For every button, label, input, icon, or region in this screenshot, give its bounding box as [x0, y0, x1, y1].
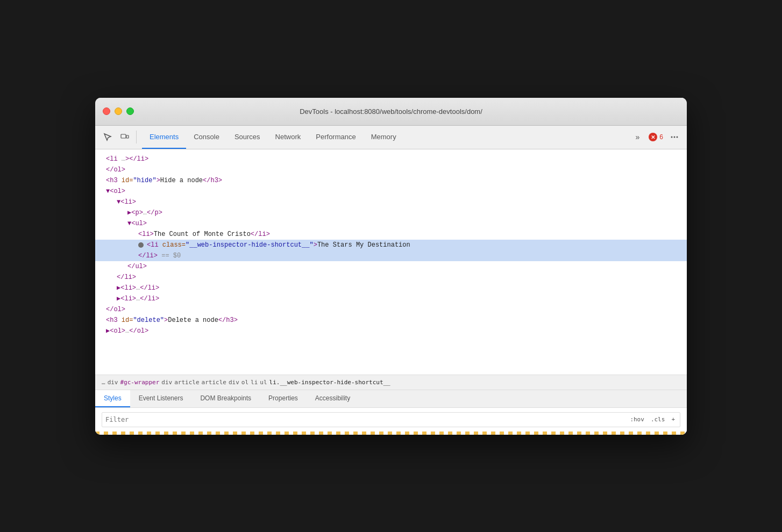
error-badge: ✕ 6	[649, 133, 663, 141]
dom-tree-line[interactable]: ▼<li>	[95, 197, 687, 207]
dom-tree-line[interactable]: </li> == $0	[95, 250, 687, 261]
svg-point-4	[677, 136, 678, 138]
breadcrumb-item[interactable]: …	[102, 379, 105, 386]
tab-styles[interactable]: Styles	[95, 390, 130, 407]
dom-tree-line[interactable]: ▶<p>…</p>	[95, 207, 687, 218]
breadcrumb-item[interactable]: ol	[241, 379, 248, 386]
dom-tree-line[interactable]: ▼<ul>	[95, 218, 687, 229]
dom-tree-line[interactable]: <li class="__web-inspector-hide-shortcut…	[95, 240, 687, 250]
breadcrumb-item[interactable]: div	[108, 379, 118, 386]
dom-tree-line[interactable]: ▶<li>…</li>	[95, 293, 687, 304]
tab-dom-breakpoints[interactable]: DOM Breakpoints	[191, 390, 260, 407]
more-tabs-button[interactable]: »	[629, 129, 645, 145]
dom-tree-line[interactable]: <li>The Count of Monte Cristo</li>	[95, 229, 687, 240]
breadcrumb-item[interactable]: div	[161, 379, 172, 386]
dom-tree-line[interactable]: </ol>	[95, 164, 687, 175]
styles-filter-controls: :hov .cls +	[628, 415, 677, 423]
cls-button[interactable]: .cls	[649, 415, 667, 423]
dom-tree-line[interactable]: ▼<ol>	[95, 186, 687, 197]
dom-tree-line[interactable]: <h3 id="hide">Hide a node</h3>	[95, 175, 687, 186]
dom-tree-line[interactable]: </li>	[95, 272, 687, 283]
breadcrumb-item[interactable]: div	[229, 379, 239, 386]
dom-tree-line[interactable]: </ol>	[95, 304, 687, 315]
styles-filter-input[interactable]	[105, 416, 626, 423]
svg-rect-1	[126, 135, 129, 138]
breadcrumb-item[interactable]: #gc-wrapper	[120, 379, 160, 386]
toolbar-right: » ✕ 6	[629, 129, 683, 145]
dom-tree-line[interactable]: </ul>	[95, 261, 687, 272]
tab-accessibility[interactable]: Accessibility	[307, 390, 359, 407]
add-style-button[interactable]: +	[670, 415, 677, 423]
svg-point-2	[671, 136, 673, 138]
breadcrumb-item[interactable]: article	[202, 379, 226, 386]
bottom-panel: Styles Event Listeners DOM Breakpoints P…	[95, 390, 687, 435]
styles-filter-bar: :hov .cls +	[102, 412, 680, 427]
minimize-button[interactable]	[115, 107, 122, 115]
dom-tree-panel[interactable]: <li …></li></ol><h3 id="hide">Hide a nod…	[95, 149, 687, 375]
device-toggle-button[interactable]	[117, 129, 133, 145]
dom-tree-line[interactable]: <h3 id="delete">Delete a node</h3>	[95, 315, 687, 326]
hov-button[interactable]: :hov	[628, 415, 646, 423]
titlebar: DevTools - localhost:8080/web/tools/chro…	[95, 98, 687, 126]
tab-memory[interactable]: Memory	[364, 126, 404, 149]
styles-panel: :hov .cls +	[95, 408, 687, 432]
dom-tree-line[interactable]: ▶<ol>…</ol>	[95, 326, 687, 336]
toolbar-divider	[136, 131, 137, 143]
breadcrumb-item[interactable]: li.__web-inspector-hide-shortcut__	[269, 379, 390, 386]
maximize-button[interactable]	[126, 107, 134, 115]
breadcrumb-item[interactable]: li	[251, 379, 258, 386]
tab-event-listeners[interactable]: Event Listeners	[130, 390, 192, 407]
bottom-tabs: Styles Event Listeners DOM Breakpoints P…	[95, 390, 687, 408]
tab-elements[interactable]: Elements	[142, 126, 186, 149]
svg-point-3	[674, 136, 676, 138]
inspect-element-button[interactable]	[99, 129, 116, 145]
dom-breadcrumb[interactable]: … div #gc-wrapper div article article di…	[95, 375, 687, 390]
svg-rect-0	[121, 134, 126, 138]
breadcrumb-item[interactable]: article	[174, 379, 199, 386]
error-icon: ✕	[649, 133, 657, 141]
devtools-toolbar: Elements Console Sources Network Perform…	[95, 126, 687, 149]
more-options-button[interactable]	[666, 129, 683, 145]
close-button[interactable]	[103, 107, 110, 115]
dom-tree-line[interactable]: ▶<li>…</li>	[95, 283, 687, 293]
dashed-hint	[95, 432, 687, 435]
main-tabs: Elements Console Sources Network Perform…	[142, 126, 404, 149]
window-controls	[103, 107, 134, 115]
devtools-window: DevTools - localhost:8080/web/tools/chro…	[95, 98, 687, 435]
tab-sources[interactable]: Sources	[227, 126, 268, 149]
tab-console[interactable]: Console	[186, 126, 227, 149]
dom-node-dot	[138, 242, 144, 248]
tab-network[interactable]: Network	[268, 126, 309, 149]
breadcrumb-item[interactable]: ul	[260, 379, 267, 386]
tab-performance[interactable]: Performance	[308, 126, 363, 149]
dom-tree-line[interactable]: <li …></li>	[95, 154, 687, 164]
window-title: DevTools - localhost:8080/web/tools/chro…	[300, 107, 482, 116]
tab-properties[interactable]: Properties	[260, 390, 307, 407]
